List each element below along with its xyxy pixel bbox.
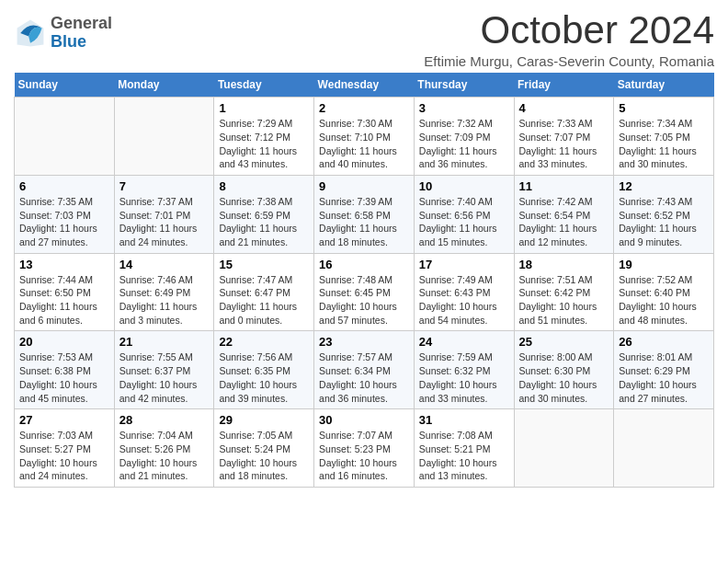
day-info: Sunrise: 7:52 AMSunset: 6:40 PMDaylight:… xyxy=(619,273,709,327)
day-info: Sunrise: 7:53 AMSunset: 6:38 PMDaylight:… xyxy=(19,350,109,405)
table-row xyxy=(114,98,214,176)
calendar-table: Sunday Monday Tuesday Wednesday Thursday… xyxy=(14,73,714,488)
logo-blue: Blue xyxy=(51,33,112,52)
logo: General Blue xyxy=(14,15,112,52)
header-tuesday: Tuesday xyxy=(214,73,314,98)
header-thursday: Thursday xyxy=(414,73,514,98)
table-row: 25Sunrise: 8:00 AMSunset: 6:30 PMDayligh… xyxy=(514,331,614,409)
day-info: Sunrise: 8:00 AMSunset: 6:30 PMDaylight:… xyxy=(519,350,609,405)
table-row: 18Sunrise: 7:51 AMSunset: 6:42 PMDayligh… xyxy=(514,253,614,331)
table-row: 27Sunrise: 7:03 AMSunset: 5:27 PMDayligh… xyxy=(15,409,115,488)
day-info: Sunrise: 7:07 AMSunset: 5:23 PMDaylight:… xyxy=(319,429,409,483)
calendar-body: 1Sunrise: 7:29 AMSunset: 7:12 PMDaylight… xyxy=(15,98,714,488)
day-info: Sunrise: 7:48 AMSunset: 6:45 PMDaylight:… xyxy=(319,273,409,327)
day-info: Sunrise: 7:30 AMSunset: 7:10 PMDaylight:… xyxy=(319,117,409,171)
day-info: Sunrise: 7:55 AMSunset: 6:37 PMDaylight:… xyxy=(119,350,210,405)
day-info: Sunrise: 8:01 AMSunset: 6:29 PMDaylight:… xyxy=(619,350,709,405)
day-number: 13 xyxy=(19,258,109,271)
day-number: 9 xyxy=(319,179,409,193)
day-number: 2 xyxy=(319,101,409,115)
day-number: 21 xyxy=(119,335,210,349)
day-number: 28 xyxy=(119,413,210,427)
day-info: Sunrise: 7:37 AMSunset: 7:01 PMDaylight:… xyxy=(119,195,210,249)
table-row: 15Sunrise: 7:47 AMSunset: 6:47 PMDayligh… xyxy=(214,253,314,331)
day-number: 23 xyxy=(319,335,409,349)
day-info: Sunrise: 7:59 AMSunset: 6:32 PMDaylight:… xyxy=(419,350,509,405)
table-row: 26Sunrise: 8:01 AMSunset: 6:29 PMDayligh… xyxy=(614,331,714,409)
header-saturday: Saturday xyxy=(614,73,714,98)
day-info: Sunrise: 7:44 AMSunset: 6:50 PMDaylight:… xyxy=(19,273,109,327)
day-info: Sunrise: 7:05 AMSunset: 5:24 PMDaylight:… xyxy=(219,429,309,483)
day-info: Sunrise: 7:43 AMSunset: 6:52 PMDaylight:… xyxy=(619,195,709,249)
day-number: 30 xyxy=(319,413,409,427)
calendar-row: 27Sunrise: 7:03 AMSunset: 5:27 PMDayligh… xyxy=(15,409,714,488)
calendar-row: 13Sunrise: 7:44 AMSunset: 6:50 PMDayligh… xyxy=(15,253,714,331)
day-number: 19 xyxy=(619,258,709,271)
table-row: 7Sunrise: 7:37 AMSunset: 7:01 PMDaylight… xyxy=(114,175,214,253)
table-row: 30Sunrise: 7:07 AMSunset: 5:23 PMDayligh… xyxy=(314,409,415,488)
table-row: 20Sunrise: 7:53 AMSunset: 6:38 PMDayligh… xyxy=(15,331,115,409)
day-number: 15 xyxy=(219,258,309,271)
table-row: 23Sunrise: 7:57 AMSunset: 6:34 PMDayligh… xyxy=(314,331,415,409)
day-info: Sunrise: 7:56 AMSunset: 6:35 PMDaylight:… xyxy=(219,350,309,405)
table-row: 9Sunrise: 7:39 AMSunset: 6:58 PMDaylight… xyxy=(314,175,415,253)
day-info: Sunrise: 7:34 AMSunset: 7:05 PMDaylight:… xyxy=(619,117,709,171)
day-info: Sunrise: 7:57 AMSunset: 6:34 PMDaylight:… xyxy=(319,350,409,405)
day-info: Sunrise: 7:39 AMSunset: 6:58 PMDaylight:… xyxy=(319,195,409,249)
day-number: 26 xyxy=(619,335,709,349)
day-info: Sunrise: 7:47 AMSunset: 6:47 PMDaylight:… xyxy=(219,273,309,327)
day-number: 8 xyxy=(219,179,309,193)
day-number: 10 xyxy=(419,179,509,193)
header-monday: Monday xyxy=(114,73,214,98)
day-number: 31 xyxy=(419,413,509,427)
table-row xyxy=(514,409,614,488)
day-number: 18 xyxy=(519,258,609,271)
logo-general: General xyxy=(51,15,112,33)
day-info: Sunrise: 7:03 AMSunset: 5:27 PMDaylight:… xyxy=(19,429,109,483)
header-friday: Friday xyxy=(514,73,614,98)
day-info: Sunrise: 7:49 AMSunset: 6:43 PMDaylight:… xyxy=(419,273,509,327)
day-info: Sunrise: 7:04 AMSunset: 5:26 PMDaylight:… xyxy=(119,429,210,483)
location-title: Eftimie Murgu, Caras-Severin County, Rom… xyxy=(424,53,714,69)
day-number: 7 xyxy=(119,179,210,193)
table-row: 29Sunrise: 7:05 AMSunset: 5:24 PMDayligh… xyxy=(214,409,314,488)
table-row: 28Sunrise: 7:04 AMSunset: 5:26 PMDayligh… xyxy=(114,409,214,488)
day-number: 16 xyxy=(319,258,409,271)
day-number: 25 xyxy=(519,335,609,349)
table-row: 17Sunrise: 7:49 AMSunset: 6:43 PMDayligh… xyxy=(414,253,514,331)
table-row: 22Sunrise: 7:56 AMSunset: 6:35 PMDayligh… xyxy=(214,331,314,409)
table-row: 2Sunrise: 7:30 AMSunset: 7:10 PMDaylight… xyxy=(314,98,415,176)
table-row: 3Sunrise: 7:32 AMSunset: 7:09 PMDaylight… xyxy=(414,98,514,176)
day-info: Sunrise: 7:29 AMSunset: 7:12 PMDaylight:… xyxy=(219,117,309,171)
table-row: 31Sunrise: 7:08 AMSunset: 5:21 PMDayligh… xyxy=(414,409,514,488)
calendar-row: 1Sunrise: 7:29 AMSunset: 7:12 PMDaylight… xyxy=(15,98,714,176)
day-info: Sunrise: 7:42 AMSunset: 6:54 PMDaylight:… xyxy=(519,195,609,249)
day-number: 17 xyxy=(419,258,509,271)
calendar-row: 6Sunrise: 7:35 AMSunset: 7:03 PMDaylight… xyxy=(15,175,714,253)
calendar-header: Sunday Monday Tuesday Wednesday Thursday… xyxy=(15,73,714,98)
day-info: Sunrise: 7:51 AMSunset: 6:42 PMDaylight:… xyxy=(519,273,609,327)
table-row: 8Sunrise: 7:38 AMSunset: 6:59 PMDaylight… xyxy=(214,175,314,253)
page-header: General Blue October 2024 Eftimie Murgu,… xyxy=(14,9,714,69)
table-row: 14Sunrise: 7:46 AMSunset: 6:49 PMDayligh… xyxy=(114,253,214,331)
day-number: 12 xyxy=(619,179,709,193)
title-section: October 2024 Eftimie Murgu, Caras-Severi… xyxy=(424,9,714,69)
day-info: Sunrise: 7:35 AMSunset: 7:03 PMDaylight:… xyxy=(19,195,109,249)
day-number: 11 xyxy=(519,179,609,193)
table-row: 13Sunrise: 7:44 AMSunset: 6:50 PMDayligh… xyxy=(15,253,115,331)
day-info: Sunrise: 7:38 AMSunset: 6:59 PMDaylight:… xyxy=(219,195,309,249)
day-number: 5 xyxy=(619,101,709,115)
logo-text: General Blue xyxy=(51,15,112,52)
header-sunday: Sunday xyxy=(15,73,115,98)
table-row: 24Sunrise: 7:59 AMSunset: 6:32 PMDayligh… xyxy=(414,331,514,409)
day-number: 27 xyxy=(19,413,109,427)
table-row: 6Sunrise: 7:35 AMSunset: 7:03 PMDaylight… xyxy=(15,175,115,253)
day-number: 3 xyxy=(419,101,509,115)
day-number: 6 xyxy=(19,179,109,193)
table-row: 1Sunrise: 7:29 AMSunset: 7:12 PMDaylight… xyxy=(214,98,314,176)
table-row xyxy=(614,409,714,488)
table-row: 10Sunrise: 7:40 AMSunset: 6:56 PMDayligh… xyxy=(414,175,514,253)
weekday-header-row: Sunday Monday Tuesday Wednesday Thursday… xyxy=(15,73,714,98)
table-row: 4Sunrise: 7:33 AMSunset: 7:07 PMDaylight… xyxy=(514,98,614,176)
day-info: Sunrise: 7:08 AMSunset: 5:21 PMDaylight:… xyxy=(419,429,509,483)
